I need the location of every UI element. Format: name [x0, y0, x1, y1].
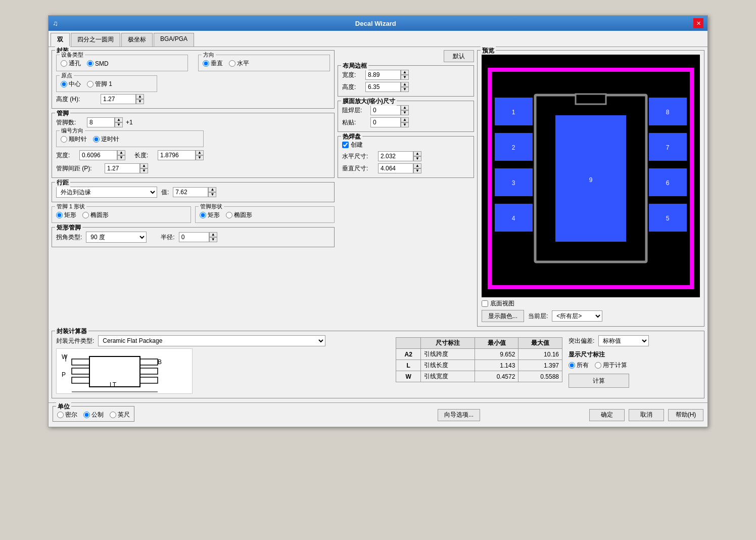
pitch-up[interactable]: ▲ — [140, 163, 148, 168]
preview-label: 预览 — [481, 47, 496, 55]
corner-type-select[interactable]: 90 度 — [86, 232, 147, 243]
radio-pin-rect[interactable]: 矩形 — [200, 211, 220, 219]
hd-up[interactable]: ▲ — [413, 151, 421, 156]
corner-type-label: 拐角类型: — [56, 233, 82, 242]
radio-dim-calc[interactable]: 用于计算 — [595, 361, 627, 370]
pin-count-input[interactable]: ▲▼ — [87, 117, 123, 127]
row-min-0: 9.652 — [475, 349, 518, 360]
current-layer-select[interactable]: <所有层> — [552, 310, 602, 322]
hd-down[interactable]: ▼ — [413, 156, 421, 161]
pitch-down[interactable]: ▼ — [140, 168, 148, 173]
radio-clockwise[interactable]: 顺时针 — [61, 135, 87, 144]
sol-up[interactable]: ▲ — [401, 105, 409, 110]
radio-mil[interactable]: 密尔 — [57, 411, 77, 419]
pin1-shape-label: 管脚 1 形状 — [55, 203, 86, 210]
radio-vertical[interactable]: 垂直 — [203, 59, 223, 68]
pl-down[interactable]: ▼ — [196, 155, 204, 160]
radio-dim-all[interactable]: 所有 — [569, 361, 589, 370]
lfh-up[interactable]: ▲ — [401, 82, 409, 87]
ok-button[interactable]: 确定 — [589, 409, 625, 421]
lf-width-input[interactable]: ▲▼ — [365, 70, 409, 80]
radius-input[interactable]: ▲▼ — [179, 232, 217, 242]
svg-rect-27 — [72, 377, 89, 383]
sol-down[interactable]: ▼ — [401, 110, 409, 115]
vd-down[interactable]: ▼ — [413, 168, 421, 173]
pin-length-input[interactable]: ▲▼ — [158, 150, 204, 160]
lfw-up[interactable]: ▲ — [401, 70, 409, 75]
origin-group: 原点 中心 管脚 1 — [56, 75, 157, 92]
svg-text:4: 4 — [512, 215, 515, 222]
r-up[interactable]: ▲ — [209, 232, 217, 237]
tab-bar: 双 四分之一圆周 极坐标 BGA/PGA — [49, 31, 707, 47]
solder-input[interactable]: ▲▼ — [370, 105, 409, 115]
layout-frame-group: 布局边框 宽度: ▲▼ 高度: ▲▼ — [338, 65, 474, 97]
r-down[interactable]: ▼ — [209, 237, 217, 242]
svg-text:B: B — [158, 358, 162, 366]
row-max-1: 1.397 — [518, 360, 562, 371]
tab-bga[interactable]: BGA/PGA — [154, 33, 194, 47]
lf-height-input[interactable]: ▲▼ — [365, 82, 409, 92]
pl-up[interactable]: ▲ — [196, 150, 204, 155]
radius-label: 半径: — [161, 233, 174, 242]
units-label: 单位 — [56, 402, 71, 411]
row-dist-select[interactable]: 外边到边缘 — [56, 187, 157, 198]
radio-throughhole[interactable]: 通孔 — [61, 59, 81, 68]
radio-pin1[interactable]: 管脚 1 — [87, 80, 112, 88]
radio-pin1-oval[interactable]: 椭圆形 — [82, 211, 109, 219]
rd-up[interactable]: ▲ — [208, 187, 216, 192]
horiz-dim-input[interactable]: ▲▼ — [378, 151, 421, 161]
lfh-down[interactable]: ▼ — [401, 87, 409, 92]
radio-smd[interactable]: SMD — [87, 59, 109, 68]
radio-pin1-rect[interactable]: 矩形 — [56, 211, 76, 219]
svg-rect-2 — [576, 94, 606, 104]
show-colors-button[interactable]: 显示颜色... — [482, 310, 524, 322]
pin-width-label: 宽度: — [56, 151, 76, 160]
paste-input[interactable]: ▲▼ — [370, 117, 409, 127]
wizard-options-button[interactable]: 向导选项... — [438, 409, 480, 421]
radio-center[interactable]: 中心 — [61, 80, 81, 88]
pin-count-down[interactable]: ▼ — [115, 122, 123, 127]
tab-quarter[interactable]: 四分之一圆周 — [71, 33, 120, 47]
back-view-check[interactable]: 底面视图 — [482, 299, 514, 308]
pin-width-input[interactable]: ▲▼ — [79, 150, 125, 160]
vert-dim-label: 垂直尺寸: — [342, 164, 375, 173]
vert-dim-input[interactable]: ▲▼ — [378, 163, 421, 173]
units-group: 单位 密尔 公制 英尺 — [53, 406, 134, 422]
tab-dual[interactable]: 双 — [51, 33, 70, 47]
radio-counter[interactable]: 逆时针 — [93, 135, 119, 144]
help-button[interactable]: 帮助(H) — [668, 409, 703, 421]
paste-down[interactable]: ▼ — [401, 122, 409, 127]
table-row: A2 引线跨度 9.652 10.16 — [396, 349, 562, 360]
overhang-select[interactable]: 标称值 — [598, 335, 649, 346]
radio-pin-oval[interactable]: 椭圆形 — [226, 211, 252, 219]
height-input[interactable]: 1.27 ▲▼ — [101, 94, 144, 104]
package-calc-section: 封装计算器 封装元件类型: Ceramic Flat Package — [49, 329, 707, 402]
radio-horizontal[interactable]: 水平 — [229, 59, 249, 68]
direction-group: 方向 垂直 水平 — [198, 55, 330, 71]
lfw-down[interactable]: ▼ — [401, 75, 409, 80]
pw-up[interactable]: ▲ — [117, 150, 125, 155]
radio-metric[interactable]: 公制 — [83, 411, 104, 419]
pkg-type-label: 封装元件类型: — [56, 337, 94, 345]
paste-up[interactable]: ▲ — [401, 117, 409, 122]
create-thermal-check[interactable]: 创建 — [342, 141, 469, 149]
radio-inch[interactable]: 英尺 — [110, 411, 130, 419]
height-down[interactable]: ▼ — [136, 99, 144, 104]
rd-down[interactable]: ▼ — [208, 192, 216, 197]
close-button[interactable]: ✕ — [693, 18, 703, 28]
calc-button[interactable]: 计算 — [569, 374, 629, 388]
pitch-input[interactable]: ▲▼ — [105, 163, 148, 173]
row-min-1: 1.143 — [475, 360, 518, 371]
vd-up[interactable]: ▲ — [413, 163, 421, 168]
pin-count-up[interactable]: ▲ — [115, 117, 123, 122]
height-up[interactable]: ▲ — [136, 94, 144, 99]
table-row: L 引线长度 1.143 1.397 — [396, 360, 562, 371]
svg-rect-30 — [140, 377, 158, 383]
pkg-type-select[interactable]: Ceramic Flat Package — [98, 335, 325, 346]
cancel-button[interactable]: 取消 — [629, 409, 664, 421]
thermal-pad-group: 热焊盘 创建 水平尺寸: ▲▼ — [338, 136, 474, 178]
row-dist-value[interactable]: ▲▼ — [173, 187, 216, 197]
default-button[interactable]: 默认 — [444, 50, 474, 62]
tab-polar[interactable]: 极坐标 — [121, 33, 153, 47]
pw-down[interactable]: ▼ — [117, 155, 125, 160]
